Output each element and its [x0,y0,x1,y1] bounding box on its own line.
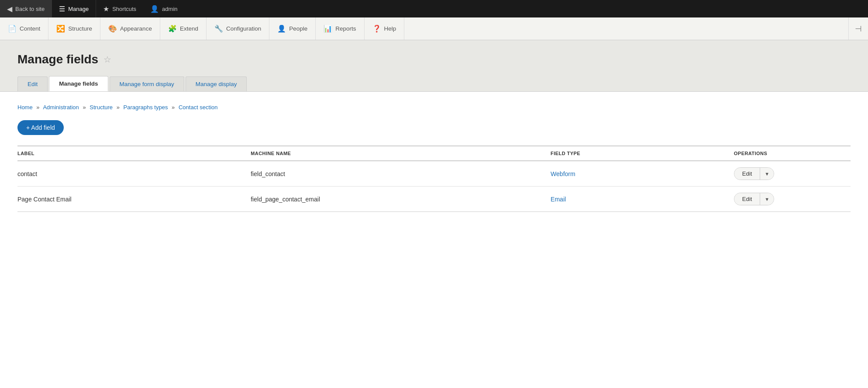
table-row: Page Contact Email field_page_contact_em… [17,187,851,212]
breadcrumb-sep-2: » [83,104,86,111]
nav-content[interactable]: 📄 Content [0,17,48,40]
breadcrumb-sep-4: » [172,104,175,111]
page-header: Manage fields ☆ Edit Manage fields Manag… [0,40,868,92]
field-machine-name-page-contact-email: field_page_contact_email [251,187,551,212]
field-label-contact: contact [17,161,251,187]
user-icon: 👤 [150,5,159,13]
admin-bar: ◀ Back to site ☰ Manage ★ Shortcuts 👤 ad… [0,0,868,17]
field-machine-name-contact: field_contact [251,161,551,187]
edit-button-page-contact-email[interactable]: Edit [734,193,760,205]
nav-reports[interactable]: 📊 Reports [316,17,364,40]
edit-button-contact[interactable]: Edit [734,168,760,180]
manage-link[interactable]: ☰ Manage [52,0,96,17]
breadcrumb-structure[interactable]: Structure [90,104,113,111]
configuration-icon: 🔧 [214,24,223,33]
tabs: Edit Manage fields Manage form display M… [17,76,851,91]
breadcrumb-sep-1: » [36,104,39,111]
secondary-nav: 📄 Content 🔀 Structure 🎨 Appearance 🧩 Ext… [0,17,868,40]
nav-appearance-label: Appearance [120,25,152,32]
tab-edit[interactable]: Edit [17,76,48,91]
nav-content-label: Content [20,25,40,32]
col-header-operations: OPERATIONS [734,146,851,161]
nav-appearance[interactable]: 🎨 Appearance [100,17,160,40]
breadcrumb: Home » Administration » Structure » Para… [17,104,851,111]
edit-btn-group-page-contact-email: Edit ▼ [734,193,774,205]
nav-help[interactable]: ❓ Help [365,17,405,40]
field-operations-page-contact-email: Edit ▼ [734,187,851,212]
fields-table: LABEL MACHINE NAME FIELD TYPE OPERATIONS… [17,146,851,212]
menu-icon: ☰ [59,5,65,13]
help-icon: ❓ [372,24,381,33]
nav-extend[interactable]: 🧩 Extend [160,17,207,40]
edit-btn-group-contact: Edit ▼ [734,167,774,180]
back-to-site-label: Back to site [15,6,45,12]
add-field-button[interactable]: + Add field [17,120,64,135]
page-title: Manage fields [17,52,98,66]
structure-icon: 🔀 [56,24,65,33]
breadcrumb-administration[interactable]: Administration [43,104,79,111]
collapse-icon: ⊣ [855,24,862,34]
tab-manage-fields[interactable]: Manage fields [49,76,108,91]
appearance-icon: 🎨 [108,24,117,33]
star-icon: ★ [103,5,109,13]
nav-collapse-button[interactable]: ⊣ [848,17,868,40]
field-type-page-contact-email: Email [551,187,734,212]
field-operations-contact: Edit ▼ [734,161,851,187]
people-icon: 👤 [277,24,286,33]
page-title-row: Manage fields ☆ [17,52,851,66]
reports-icon: 📊 [324,24,332,33]
col-header-machine-name: MACHINE NAME [251,146,551,161]
tab-manage-display[interactable]: Manage display [186,76,247,91]
shortcuts-label: Shortcuts [112,6,136,12]
field-type-contact: Webform [551,161,734,187]
col-header-field-type: FIELD TYPE [551,146,734,161]
tab-manage-form-display[interactable]: Manage form display [110,76,184,91]
edit-dropdown-page-contact-email[interactable]: ▼ [760,193,774,205]
nav-people[interactable]: 👤 People [269,17,316,40]
col-header-label: LABEL [17,146,251,161]
admin-user-label: admin [162,6,177,12]
breadcrumb-home[interactable]: Home [17,104,33,111]
nav-configuration[interactable]: 🔧 Configuration [207,17,269,40]
nav-extend-label: Extend [180,25,198,32]
field-type-link-email[interactable]: Email [551,196,566,203]
content-icon: 📄 [8,24,17,33]
nav-people-label: People [289,25,307,32]
field-label-page-contact-email: Page Contact Email [17,187,251,212]
back-arrow-icon: ◀ [7,5,12,13]
field-type-link-webform[interactable]: Webform [551,170,575,177]
breadcrumb-contact-section[interactable]: Contact section [179,104,218,111]
shortcuts-link[interactable]: ★ Shortcuts [96,0,143,17]
breadcrumb-paragraphs-types[interactable]: Paragraphs types [124,104,168,111]
bookmark-star-icon[interactable]: ☆ [103,54,111,65]
extend-icon: 🧩 [168,24,177,33]
manage-label: Manage [68,6,89,12]
nav-configuration-label: Configuration [226,25,261,32]
table-row: contact field_contact Webform Edit ▼ [17,161,851,187]
nav-structure-label: Structure [68,25,92,32]
back-to-site-link[interactable]: ◀ Back to site [0,0,52,17]
nav-reports-label: Reports [335,25,356,32]
main-content: Home » Administration » Structure » Para… [0,92,868,224]
breadcrumb-sep-3: » [117,104,120,111]
nav-help-label: Help [384,25,396,32]
edit-dropdown-contact[interactable]: ▼ [760,168,774,180]
nav-structure[interactable]: 🔀 Structure [48,17,100,40]
admin-user-link[interactable]: 👤 admin [143,0,184,17]
